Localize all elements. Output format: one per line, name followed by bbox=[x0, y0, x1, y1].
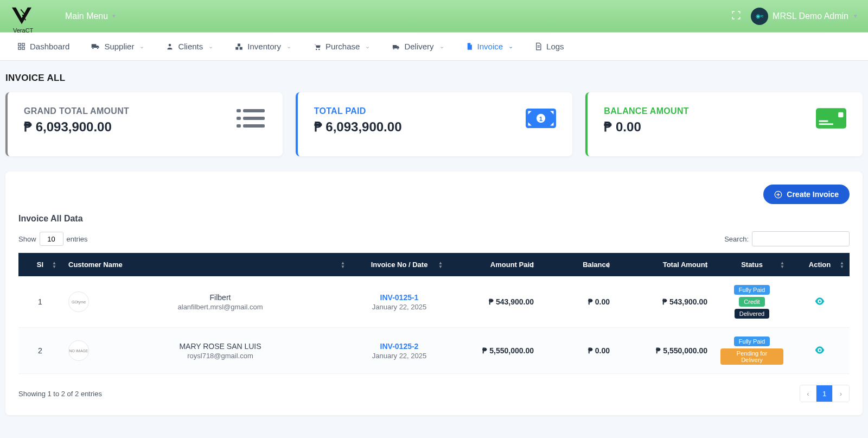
brand-logo[interactable]: VeraCT bbox=[11, 7, 33, 26]
cell-customer: GOtyme Filbert alanfilbert.mrsl@gmail.co… bbox=[62, 276, 350, 328]
cell-sl: 1 bbox=[18, 276, 62, 328]
nav-inventory[interactable]: Inventory ⌄ bbox=[224, 42, 302, 51]
view-button[interactable] bbox=[815, 346, 825, 354]
invoice-table: Sl▲▼ Customer Name▲▼ Invoice No / Date▲▼… bbox=[18, 253, 850, 374]
card-grand-total: GRAND TOTAL AMOUNT ₱ 6,093,900.00 bbox=[5, 92, 283, 156]
chevron-down-icon: ▾ bbox=[854, 12, 857, 20]
stats-row: GRAND TOTAL AMOUNT ₱ 6,093,900.00 TOTAL … bbox=[5, 92, 863, 156]
svg-rect-5 bbox=[238, 43, 240, 46]
nav-invoice[interactable]: Invoice ⌄ bbox=[455, 42, 525, 51]
cell-balance: ₱ 0.00 bbox=[540, 276, 616, 328]
svg-rect-21 bbox=[819, 123, 833, 125]
nav-delivery[interactable]: Delivery ⌄ bbox=[381, 42, 455, 51]
svg-rect-2 bbox=[18, 47, 21, 49]
chevron-down-icon: ⌄ bbox=[439, 43, 444, 50]
sort-icon: ▲▼ bbox=[531, 261, 535, 269]
svg-rect-10 bbox=[237, 109, 241, 112]
status-badge: Fully Paid bbox=[734, 337, 770, 346]
invoice-number[interactable]: INV-0125-1 bbox=[357, 293, 442, 302]
col-customer[interactable]: Customer Name▲▼ bbox=[62, 253, 350, 276]
invoice-date: January 22, 2025 bbox=[357, 352, 442, 360]
cell-total: ₱ 543,900.00 bbox=[616, 276, 714, 328]
nav-clients[interactable]: Clients ⌄ bbox=[155, 42, 224, 51]
user-menu[interactable]: ◉≈ MRSL Demo Admin ▾ bbox=[751, 8, 857, 25]
cell-balance: ₱ 0.00 bbox=[540, 328, 616, 374]
status-badge: Credit bbox=[739, 297, 764, 307]
boxes-icon bbox=[235, 43, 243, 50]
person-icon bbox=[166, 43, 174, 50]
top-nav: Dashboard Supplier ⌄ Clients ⌄ Inventory… bbox=[0, 33, 868, 61]
col-status[interactable]: Status▲▼ bbox=[714, 253, 790, 276]
svg-rect-12 bbox=[237, 117, 241, 120]
sort-icon: ▲▼ bbox=[52, 261, 56, 269]
sort-icon: ▲▼ bbox=[840, 261, 844, 269]
main-menu-label: Main Menu bbox=[65, 11, 108, 21]
search-label: Search: bbox=[724, 235, 749, 243]
cell-action bbox=[790, 328, 850, 374]
table-row: 2 NO IMAGE MARY ROSE SAN LUIS roysl718@g… bbox=[18, 328, 850, 374]
search-input[interactable] bbox=[752, 231, 850, 246]
svg-rect-22 bbox=[838, 112, 843, 117]
svg-rect-0 bbox=[18, 43, 21, 46]
svg-point-4 bbox=[169, 43, 171, 46]
invoice-number[interactable]: INV-0125-2 bbox=[357, 342, 442, 351]
svg-rect-14 bbox=[237, 124, 241, 128]
svg-rect-13 bbox=[243, 117, 265, 120]
col-invoice[interactable]: Invoice No / Date▲▼ bbox=[350, 253, 448, 276]
view-button[interactable] bbox=[815, 297, 825, 305]
chevron-down-icon: ⌄ bbox=[365, 43, 370, 50]
status-badge: Pending for Delivery bbox=[720, 348, 783, 365]
sort-icon: ▲▼ bbox=[438, 261, 443, 269]
data-section-title: Invoice All Data bbox=[18, 214, 850, 224]
main-menu-dropdown[interactable]: Main Menu ▾ bbox=[65, 11, 116, 21]
invoice-date: January 22, 2025 bbox=[357, 303, 442, 311]
cell-total: ₱ 5,550,000.00 bbox=[616, 328, 714, 374]
entries-select[interactable] bbox=[40, 232, 63, 246]
chevron-down-icon: ⌄ bbox=[286, 43, 291, 50]
col-balance[interactable]: Balance▲▼ bbox=[540, 253, 616, 276]
list-icon bbox=[236, 106, 266, 130]
customer-email: alanfilbert.mrsl@gmail.com bbox=[178, 303, 263, 311]
card-balance: BALANCE AMOUNT ₱ 0.00 bbox=[585, 92, 863, 156]
pager-prev[interactable]: ‹ bbox=[800, 385, 816, 402]
nav-logs[interactable]: Logs bbox=[524, 42, 575, 51]
logo-icon bbox=[11, 7, 33, 26]
customer-avatar: GOtyme bbox=[68, 291, 89, 312]
pager-page-1[interactable]: 1 bbox=[816, 385, 833, 402]
svg-point-9 bbox=[318, 48, 320, 50]
col-sl[interactable]: Sl▲▼ bbox=[18, 253, 62, 276]
chevron-down-icon: ▾ bbox=[112, 12, 116, 20]
cell-customer: NO IMAGE MARY ROSE SAN LUIS roysl718@gma… bbox=[62, 328, 350, 374]
customer-name: MARY ROSE SAN LUIS bbox=[179, 342, 261, 351]
customer-email: roysl718@gmail.com bbox=[187, 352, 253, 360]
card-total-paid: TOTAL PAID ₱ 6,093,900.00 1 bbox=[296, 92, 573, 156]
col-action[interactable]: Action▲▼ bbox=[790, 253, 850, 276]
plus-circle-icon bbox=[774, 191, 782, 199]
create-invoice-button[interactable]: Create Invoice bbox=[763, 185, 850, 204]
cell-paid: ₱ 5,550,000.00 bbox=[448, 328, 540, 374]
nav-supplier[interactable]: Supplier ⌄ bbox=[80, 42, 155, 51]
nav-dashboard[interactable]: Dashboard bbox=[7, 42, 80, 51]
cart-icon bbox=[313, 43, 321, 50]
sort-icon: ▲▼ bbox=[607, 261, 611, 269]
sort-icon: ▲▼ bbox=[341, 261, 345, 269]
nav-purchase[interactable]: Purchase ⌄ bbox=[302, 42, 381, 51]
svg-rect-15 bbox=[243, 124, 265, 128]
customer-name: Filbert bbox=[210, 293, 231, 302]
eye-icon bbox=[815, 346, 825, 354]
svg-rect-11 bbox=[243, 109, 265, 112]
cell-status: Fully PaidPending for Delivery bbox=[714, 328, 790, 374]
page-title: INVOICE ALL bbox=[5, 73, 863, 84]
fullscreen-icon[interactable] bbox=[731, 10, 741, 22]
svg-point-8 bbox=[316, 48, 317, 50]
svg-rect-6 bbox=[236, 47, 239, 49]
eye-icon bbox=[815, 297, 825, 305]
pager-next[interactable]: › bbox=[833, 385, 849, 402]
cell-action bbox=[790, 276, 850, 328]
col-paid[interactable]: Amount Paid▲▼ bbox=[448, 253, 540, 276]
svg-rect-20 bbox=[819, 120, 828, 122]
cell-paid: ₱ 543,900.00 bbox=[448, 276, 540, 328]
chevron-down-icon: ⌄ bbox=[208, 43, 213, 50]
cell-status: Fully PaidCreditDelivered bbox=[714, 276, 790, 328]
col-total[interactable]: Total Amount▲▼ bbox=[616, 253, 714, 276]
